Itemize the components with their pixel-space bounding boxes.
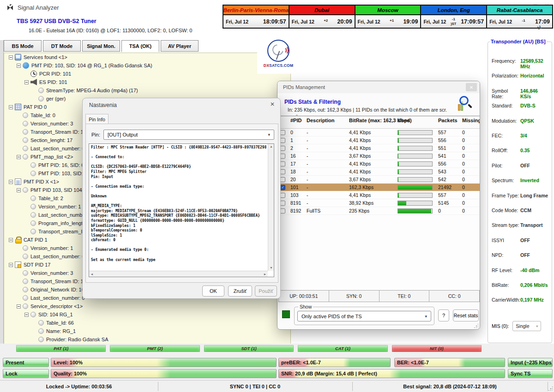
pid-checkbox[interactable] [280, 161, 285, 166]
pid-search-icon[interactable] [457, 96, 472, 113]
column-header-used[interactable]: Used [397, 117, 410, 125]
tree-expander-icon[interactable] [24, 313, 29, 317]
tree-node-label: CAT PID 1 [24, 237, 48, 243]
tree-node[interactable]: Provider: Radio Gdansk SA [4, 335, 290, 344]
tree-expander-icon[interactable] [9, 55, 13, 59]
reset-stats-button[interactable]: Reset stats [453, 309, 479, 321]
pid-checkbox[interactable] [280, 193, 285, 198]
dxsatcs-logo: DXSATCS.COM [257, 39, 300, 74]
ok-button[interactable]: OK [202, 285, 224, 297]
tree-expander-icon[interactable] [9, 180, 13, 184]
used-bar-fill [398, 138, 399, 143]
column-header-description[interactable]: Description [307, 117, 335, 125]
pid-row[interactable]: 16-3,67 Kbps5410 [277, 152, 480, 160]
pids-window-resize-grip[interactable] [474, 323, 478, 328]
help-button[interactable]: ? [438, 309, 449, 321]
tab-av-player[interactable]: AV Player [161, 40, 199, 52]
pid-cell-bitrate: 38,92 Kbps [349, 199, 373, 207]
tree-node[interactable]: SID: 104 RG_1 [4, 310, 290, 319]
tree-expander-icon[interactable] [9, 105, 13, 109]
pid-checkbox[interactable] [280, 130, 285, 135]
tree-expander-icon[interactable] [17, 304, 21, 309]
transponder-value: DVB-S [520, 103, 536, 108]
mode-tabs: BS ModeDT ModeSignal Mon.TSA (OK)AV Play… [4, 40, 199, 52]
transponder-row: BitRate:0,206 Mbit/s [492, 282, 550, 288]
pid-row[interactable]: 2-4,41 Kbps5510 [277, 144, 480, 152]
pid-row[interactable]: 1-4,41 Kbps5560 [277, 137, 480, 144]
pids-window-close-icon[interactable]: ✕ [466, 83, 477, 91]
pids-window-titlebar[interactable]: PIDs Management ✕ [277, 81, 480, 93]
transponder-label: NPD: [492, 252, 520, 258]
column-header-packets[interactable]: Packets [438, 117, 458, 125]
pid-row[interactable]: 8191-38,92 Kbps51450 [277, 199, 480, 207]
column-header-missing[interactable]: Missing [462, 117, 480, 125]
clock-london-eng: London, EngFri, Jul 12-1)ST17:09:57 [421, 6, 487, 28]
pid-row[interactable]: 103-4,41 Kbps5570 [277, 191, 480, 199]
pid-row[interactable]: 0-4,41 Kbps5570 [277, 129, 480, 137]
scroll-up-icon[interactable]: ▲ [268, 144, 274, 149]
transponder-label: ISSYI [492, 238, 520, 243]
mis-select[interactable]: Single▾ [512, 321, 541, 331]
sync-ts-indicator: Sync TS [508, 369, 553, 378]
tree-expander-icon[interactable] [17, 188, 21, 192]
transponder-label: BitRate: [492, 282, 520, 288]
pid-checkbox[interactable] [280, 146, 285, 151]
tree-expander-icon[interactable] [17, 64, 21, 68]
show-filter-select[interactable]: Only active PIDS of the TS▾ [297, 311, 431, 321]
pid-row[interactable]: ✓101-162,3 Kbps214920 [277, 184, 480, 191]
tree-node[interactable]: Table_Id: 66 [4, 319, 290, 327]
tree-node-label: Last_section_number: 0 [30, 295, 84, 301]
used-bar [397, 201, 433, 206]
pid-cell-packets: 0 [438, 207, 441, 215]
tree-node[interactable]: ES PID: 101 [4, 78, 290, 86]
tree-node-label: Provider: Radio Gdansk SA [46, 337, 108, 342]
pid-row[interactable]: 17-4,41 Kbps5560 [277, 160, 480, 168]
pin-select[interactable]: [OUT] Output▾ [103, 130, 274, 140]
pid-row[interactable]: 18-4,41 Kbps5430 [277, 168, 480, 176]
horizontal-scrollbar[interactable]: ◄ ► [89, 271, 268, 277]
apply-button[interactable]: Použiť [255, 285, 277, 297]
pid-checkbox[interactable] [280, 154, 285, 159]
pid-checkbox[interactable] [280, 169, 285, 174]
pid-row[interactable]: 20-3,67 Kbps5420 [277, 176, 480, 184]
scroll-right-icon[interactable]: ► [262, 271, 268, 277]
transponder-row: FEC:3/4 [492, 133, 550, 138]
pid-checkbox[interactable] [280, 177, 285, 182]
tree-node[interactable]: PCR PID: 101 [4, 70, 290, 78]
window-resize-grip[interactable] [548, 386, 553, 391]
pid-row[interactable]: 8192FullTS235 Kbps00 [277, 207, 480, 215]
tree-node-label: StreamType: MPEG-4 Audio (mp4a) (17) [46, 88, 138, 93]
cancel-button[interactable]: Zrušiť [228, 285, 252, 297]
pid-checkbox[interactable]: ✓ [280, 185, 285, 190]
scroll-left-icon[interactable]: ◄ [89, 271, 95, 277]
tree-scrollbar[interactable] [0, 40, 4, 352]
tree-node[interactable]: Services found <1> [4, 53, 290, 61]
used-bar-fill [398, 201, 406, 205]
tab-dt-mode[interactable]: DT Mode [43, 40, 81, 52]
scroll-down-icon[interactable]: ▼ [268, 265, 274, 271]
tree-node[interactable]: PMT PID: 103, SID: 104 @ RG_1 (Radio Gda… [4, 61, 290, 70]
tab-bs-mode[interactable]: BS Mode [4, 40, 42, 52]
vertical-scrollbar[interactable]: ▲ ▼ [268, 144, 274, 271]
tree-node[interactable]: Name: RG_1 [4, 327, 290, 335]
pid-cell-pid: 1 [290, 137, 293, 144]
column-header--pid[interactable]: #PID [290, 117, 301, 125]
tree-expander-icon[interactable] [24, 80, 29, 84]
pin-info-text: Filter : MPC Stream Reader [HTTP] - CLSI… [91, 145, 266, 270]
tree-node[interactable]: StreamType: MPEG-4 Audio (mp4a) (17) [4, 86, 290, 95]
tree-expander-icon[interactable] [9, 263, 13, 267]
transponder-row: ISSYIOFF [492, 238, 550, 243]
dialog-close-icon[interactable]: ✕ [270, 101, 275, 107]
tab-signal-mon-[interactable]: Signal Mon. [82, 40, 120, 52]
pid-checkbox[interactable] [280, 201, 285, 206]
pid-checkbox[interactable] [280, 208, 285, 214]
tree-expander-icon[interactable] [17, 155, 21, 159]
clock-moscow: MoscowFri, Jul 12+119:09 [355, 6, 422, 28]
dot-icon [38, 320, 44, 326]
tree-node-label: PMT_map_list <2> [30, 154, 73, 160]
tab-pin-info[interactable]: Pin Info [85, 114, 108, 124]
tree-expander-icon[interactable] [9, 238, 13, 242]
pid-checkbox[interactable] [280, 138, 285, 143]
tab-tsa-ok-[interactable]: TSA (OK) [121, 40, 159, 52]
tree-node[interactable]: Service_descriptor <1> [4, 302, 290, 310]
